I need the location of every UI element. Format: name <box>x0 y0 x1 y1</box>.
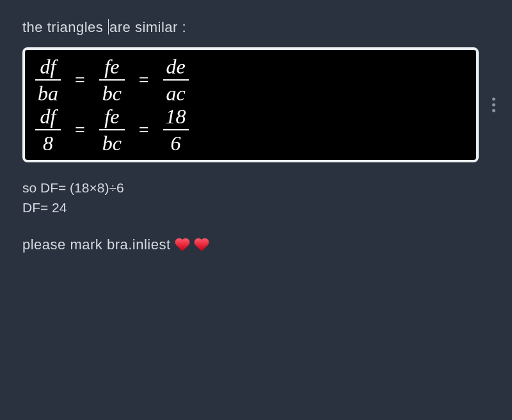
fraction-1-2: fe bc <box>99 55 125 105</box>
intro-part1: the triangles <box>22 19 108 35</box>
fraction-num: fe <box>99 55 125 81</box>
fraction-2-3: 18 6 <box>163 105 189 155</box>
fraction-den: ba <box>35 81 61 105</box>
equation-row-1: df ba = fe bc = de ac <box>30 55 468 105</box>
equals-sign: = <box>139 121 149 139</box>
heart-icon <box>194 238 209 252</box>
dot <box>492 104 495 107</box>
fraction-den: ac <box>163 81 189 105</box>
fraction-den: bc <box>99 81 125 105</box>
equation-row-2: df 8 = fe bc = 18 6 <box>30 105 468 155</box>
fraction-den: bc <box>99 130 125 155</box>
fraction-1-1: df ba <box>35 55 61 105</box>
please-label: please mark bra.inliest <box>22 237 171 253</box>
equation-box: df ba = fe bc = de ac df 8 = fe bc = 18 … <box>22 47 479 162</box>
fraction-2-1: df 8 <box>35 105 61 155</box>
fraction-den: 6 <box>163 130 189 155</box>
more-options-icon[interactable] <box>492 98 495 113</box>
please-text: please mark bra.inliest <box>22 237 490 253</box>
heart-icon <box>175 238 190 252</box>
dot <box>492 98 495 101</box>
fraction-num: de <box>163 55 189 81</box>
text-cursor <box>108 19 109 35</box>
fraction-num: df <box>35 105 61 130</box>
intro-part2: are similar : <box>109 19 186 35</box>
calc-line-1: so DF= (18×8)÷6 <box>22 178 490 198</box>
calc-line-2: DF= 24 <box>22 198 490 217</box>
dot <box>492 109 495 113</box>
fraction-1-3: de ac <box>163 55 189 105</box>
fraction-num: df <box>35 55 61 81</box>
fraction-num: 18 <box>163 105 189 130</box>
fraction-den: 8 <box>35 130 61 155</box>
calculation-text: so DF= (18×8)÷6 DF= 24 <box>22 178 490 217</box>
intro-text: the triangles are similar : <box>22 19 490 36</box>
equals-sign: = <box>75 71 85 89</box>
equals-sign: = <box>139 71 149 89</box>
fraction-2-2: fe bc <box>99 105 125 155</box>
equals-sign: = <box>75 121 85 139</box>
fraction-num: fe <box>99 105 125 130</box>
